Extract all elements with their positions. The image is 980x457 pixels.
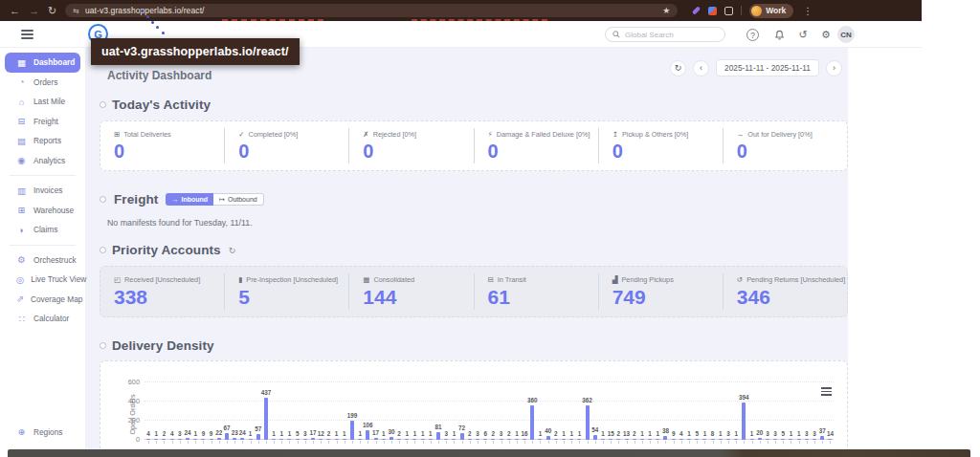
bar-value-label: 4 xyxy=(146,430,150,437)
chart-bar: 2 xyxy=(160,382,167,440)
priority-refresh-icon[interactable]: ↻ xyxy=(229,246,236,255)
sidebar-item-live-truck-view[interactable]: ◎ Live Truck View xyxy=(5,270,80,290)
divider xyxy=(741,6,742,15)
browser-menu-icon[interactable]: ⋮ xyxy=(803,6,813,16)
chart-bar: 1 xyxy=(513,382,521,440)
sidebar-item-orders[interactable]: ◔ Orders xyxy=(5,73,80,93)
sidebar-item-analytics[interactable]: ◉ Analytics xyxy=(5,151,80,171)
chart-bar: 17 xyxy=(371,382,379,440)
stat-card: ⊞Total Deliveries0 xyxy=(100,128,224,163)
outbound-tab[interactable]: ↦ Outbound xyxy=(213,193,264,206)
stat-card-value: 338 xyxy=(114,286,224,308)
bar-value-label: 1 xyxy=(453,430,457,437)
bar-value-label: 1 xyxy=(515,430,519,437)
bar-value-label: 81 xyxy=(435,424,442,430)
bar-value-label: 1 xyxy=(343,430,346,437)
sidebar-item-warehouse[interactable]: ⊞ Warehouse xyxy=(5,201,80,221)
bar-value-label: 14 xyxy=(827,430,834,437)
bar-value-label: 1 xyxy=(601,430,605,437)
stat-card-value: 0 xyxy=(612,141,723,162)
bar-value-label: 17 xyxy=(372,429,379,436)
chart-bar: 2 xyxy=(505,382,513,440)
next-date-button[interactable]: › xyxy=(826,60,842,76)
back-button[interactable]: ← xyxy=(10,6,20,16)
stat-card-label: Pending Returns [Unscheduled] xyxy=(746,275,845,284)
stat-card: ▦Consolidated144 xyxy=(348,273,473,310)
bar-value-label: 1 xyxy=(687,430,691,437)
chart-bar: 1 xyxy=(560,382,568,440)
settings-gear-icon[interactable]: ⚙ xyxy=(818,27,834,42)
browser-profile-chip[interactable]: Work xyxy=(749,4,793,18)
chart-bar: 2 xyxy=(324,382,332,440)
chart-bar: 1 xyxy=(403,382,411,440)
bar-value-label: 1 xyxy=(421,430,425,437)
sidebar-item-calculator[interactable]: ∷ Calculator xyxy=(5,309,80,329)
sidebar-item-invoices[interactable]: ▥ Invoices xyxy=(5,181,80,201)
stat-card-value: 0 xyxy=(737,141,847,162)
chart-bar: 1 xyxy=(427,382,434,440)
global-search[interactable] xyxy=(605,27,725,42)
help-icon[interactable]: ? xyxy=(746,29,759,41)
search-input[interactable] xyxy=(625,31,718,39)
reload-button[interactable]: ↻ xyxy=(48,6,56,16)
stat-card-icon: ✓ xyxy=(238,130,244,139)
prev-date-button[interactable]: ‹ xyxy=(693,60,709,76)
sidebar-item-coverage-map[interactable]: ⇗ Coverage Map xyxy=(5,290,80,310)
pen-extension-icon[interactable] xyxy=(692,6,701,14)
user-avatar[interactable]: CN xyxy=(837,26,855,43)
stat-card-icon: ⊟ xyxy=(488,275,494,284)
history-icon[interactable]: ↺ xyxy=(795,27,811,42)
chart-bar: 3 xyxy=(803,382,811,440)
refresh-button[interactable]: ↻ xyxy=(670,60,686,76)
stat-card-icon: ⊞ xyxy=(114,130,120,139)
bar-value-label: 2 xyxy=(327,430,331,437)
sidebar-item-claims[interactable]: ◗ Claims xyxy=(5,220,80,240)
bar-value-label: 1 xyxy=(578,430,582,437)
url-text: uat-v3.grasshopperlabs.io/react/ xyxy=(85,6,205,15)
chart-bar: 22 xyxy=(215,382,223,440)
bar-value-label: 2 xyxy=(617,430,621,437)
main-content: Activity Dashboard ↻ ‹ 2025-11-11 - 2025… xyxy=(86,48,848,449)
bar-value-label: 6 xyxy=(483,430,487,437)
chart-bar: 24 xyxy=(184,382,191,440)
section-toggle-icon[interactable] xyxy=(100,101,106,108)
bookmark-star-icon[interactable]: ★ xyxy=(662,6,670,15)
extensions-puzzle-icon[interactable] xyxy=(724,7,733,15)
stat-card-icon: ▮ xyxy=(238,275,242,284)
y-axis-label: Open Orders xyxy=(128,386,137,444)
sidebar-item-last-mile[interactable]: ⌂ Last Mile xyxy=(5,92,80,112)
sidebar: ▦ Dashboard ◔ Orders ⌂ Last Mile ⊟ Freig… xyxy=(0,48,86,449)
stat-card-icon: ⚡ xyxy=(488,130,493,139)
chart-bar: 4 xyxy=(145,382,152,440)
stat-card: ↥Pickup & Others [0%]0 xyxy=(598,128,723,163)
bar-value-label: 3 xyxy=(805,430,809,437)
sidebar-item-dashboard[interactable]: ▦ Dashboard xyxy=(5,53,80,73)
stat-card-label: Pending Pickups xyxy=(621,275,673,284)
sidebar-item-reports[interactable]: ▤ Reports xyxy=(5,131,80,151)
menu-icon[interactable] xyxy=(21,30,33,39)
sidebar-item-regions[interactable]: ⊕ Regions xyxy=(5,423,80,443)
chart-bar: 1 xyxy=(568,382,575,440)
section-toggle-icon[interactable] xyxy=(100,247,106,253)
today-activity-panel: ⊞Total Deliveries0✓Completed [0%]0✗Rejec… xyxy=(100,120,848,171)
section-toggle-icon[interactable] xyxy=(100,342,106,349)
chart-bar: 1 xyxy=(536,382,544,440)
stat-card: ↺Pending Returns [Unscheduled]346 xyxy=(723,273,847,310)
sidebar-item-freight[interactable]: ⊟ Freight xyxy=(5,112,80,132)
section-toggle-icon[interactable] xyxy=(100,196,106,203)
stat-card: ✓Completed [0%]0 xyxy=(224,128,348,163)
docs-extension-icon[interactable] xyxy=(708,7,717,15)
forward-button[interactable]: → xyxy=(29,6,39,16)
stat-card-label: Received [Unscheduled] xyxy=(124,275,200,284)
stat-card-label: Damage & Failed Deluxe [0%] xyxy=(497,130,590,139)
stat-card: →Out for Delivery [0%]0 xyxy=(723,128,847,163)
chart-bar: 1 xyxy=(419,382,427,440)
inbound-tab[interactable]: → Inbound xyxy=(166,193,213,206)
sidebar-item-orchestruck[interactable]: ⚙ Orchestruck xyxy=(5,250,80,271)
bar-value-label: 9 xyxy=(210,430,213,437)
chart-bar: 1 xyxy=(270,382,278,440)
notifications-bell-icon[interactable] xyxy=(771,27,787,42)
chart-bar: 1 xyxy=(638,382,646,440)
address-bar[interactable]: ⇆ uat-v3.grasshopperlabs.io/react/ ★ xyxy=(65,4,678,17)
date-range-input[interactable]: 2025-11-11 - 2025-11-11 xyxy=(716,59,819,76)
